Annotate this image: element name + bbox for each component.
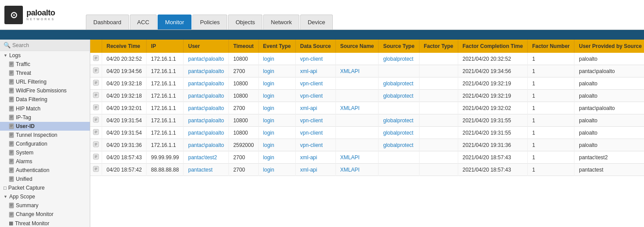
cell-source_name[interactable]: XMLAPI <box>335 65 379 77</box>
cell-source_type[interactable] <box>379 164 419 176</box>
cell-source_type[interactable]: globalprotect <box>379 127 419 139</box>
cell-user[interactable]: pantac\paloalto <box>184 102 228 114</box>
cell-source_type[interactable]: globalprotect <box>379 139 419 151</box>
row-detail-icon[interactable] <box>90 53 102 65</box>
sidebar-item-threat-monitor[interactable]: ▦Threat Monitor <box>0 219 90 227</box>
cell-source_type[interactable] <box>379 102 419 114</box>
row-detail-icon[interactable] <box>90 77 102 90</box>
cell-user[interactable]: pantac\paloalto <box>184 114 228 127</box>
cell-source_name[interactable] <box>335 139 379 151</box>
row-detail-icon[interactable] <box>90 65 102 77</box>
cell-source_name[interactable] <box>335 90 379 102</box>
cell-data_source[interactable]: vpn-client <box>295 90 335 102</box>
table-row: 04/20 20:32:52172.16.1.1pantac\paloalto1… <box>90 53 644 65</box>
cell-event_type[interactable]: login <box>258 65 295 77</box>
sidebar-item-change-monitor[interactable]: Change Monitor <box>0 210 90 219</box>
sidebar-item-label-traffic: Traffic <box>16 61 30 67</box>
cell-data_source[interactable]: vpn-client <box>295 53 335 65</box>
cell-event_type[interactable]: login <box>258 114 295 127</box>
cell-event_type[interactable]: login <box>258 164 295 176</box>
row-detail-icon[interactable] <box>90 127 102 139</box>
cell-source_name[interactable] <box>335 127 379 139</box>
cell-data_source[interactable]: xml-api <box>295 102 335 114</box>
sidebar-item-unified[interactable]: Unified <box>0 175 90 183</box>
row-detail-icon[interactable] <box>90 164 102 176</box>
cell-event_type[interactable]: login <box>258 151 295 164</box>
cell-data_source[interactable]: xml-api <box>295 151 335 164</box>
cell-event_type[interactable]: login <box>258 102 295 114</box>
cell-source_type[interactable]: globalprotect <box>379 90 419 102</box>
row-detail-icon[interactable] <box>90 139 102 151</box>
cell-source_type[interactable] <box>379 65 419 77</box>
sidebar-item-tunnel-inspection[interactable]: Tunnel Inspection <box>0 131 90 139</box>
sidebar-item-icon-app-scope: ▼ <box>4 194 7 199</box>
sidebar-item-hip-match[interactable]: HIP Match <box>0 104 90 113</box>
row-detail-icon[interactable] <box>90 90 102 102</box>
cell-source_type[interactable]: globalprotect <box>379 114 419 127</box>
cell-data_source[interactable]: vpn-client <box>295 77 335 90</box>
sidebar-item-label-threat: Threat <box>16 70 31 76</box>
sidebar-item-icon-threat-monitor: ▦ <box>9 220 13 226</box>
nav-tab-network[interactable]: Network <box>263 15 299 29</box>
cell-user[interactable]: pantac\paloalto <box>184 90 228 102</box>
sidebar-item-packet-capture[interactable]: □Packet Capture <box>0 183 90 192</box>
row-detail-icon[interactable] <box>90 151 102 164</box>
cell-data_source[interactable]: vpn-client <box>295 114 335 127</box>
sidebar-item-traffic[interactable]: Traffic <box>0 60 90 69</box>
cell-factor_type <box>419 53 458 65</box>
cell-user[interactable]: pantactest <box>184 164 228 176</box>
cell-timeout: 2700 <box>228 151 258 164</box>
sidebar-item-summary[interactable]: Summary <box>0 201 90 210</box>
sidebar-item-icon-threat <box>9 70 14 76</box>
cell-user[interactable]: pantac\paloalto <box>184 139 228 151</box>
sidebar-item-configuration[interactable]: Configuration <box>0 139 90 148</box>
sidebar-item-user-id[interactable]: User-ID <box>0 122 90 131</box>
cell-data_source[interactable]: vpn-client <box>295 127 335 139</box>
sidebar-item-system[interactable]: System <box>0 148 90 157</box>
cell-data_source[interactable]: xml-api <box>295 65 335 77</box>
row-detail-icon[interactable] <box>90 102 102 114</box>
cell-event_type[interactable]: login <box>258 127 295 139</box>
cell-source_type[interactable]: globalprotect <box>379 77 419 90</box>
nav-tab-objects[interactable]: Objects <box>228 15 262 29</box>
cell-event_type[interactable]: login <box>258 139 295 151</box>
cell-user[interactable]: pantac\paloalto <box>184 53 228 65</box>
nav-tab-monitor[interactable]: Monitor <box>158 15 191 29</box>
sidebar-item-url-filtering[interactable]: URL Filtering <box>0 77 90 86</box>
cell-source_name[interactable] <box>335 53 379 65</box>
cell-event_type[interactable]: login <box>258 53 295 65</box>
sidebar-item-ip-tag[interactable]: IP-Tag <box>0 113 90 122</box>
cell-event_type[interactable]: login <box>258 90 295 102</box>
sidebar-item-authentication[interactable]: Authentication <box>0 166 90 175</box>
cell-source_name[interactable]: XMLAPI <box>335 151 379 164</box>
cell-source_name[interactable] <box>335 77 379 90</box>
cell-user[interactable]: pantac\test2 <box>184 151 228 164</box>
cell-source_type[interactable]: globalprotect <box>379 53 419 65</box>
sidebar-item-wildfire[interactable]: WildFire Submissions <box>0 86 90 95</box>
nav-tab-device[interactable]: Device <box>300 15 333 29</box>
nav-tab-policies[interactable]: Policies <box>192 15 227 29</box>
sidebar-item-threat[interactable]: Threat <box>0 69 90 77</box>
sidebar-item-alarms[interactable]: Alarms <box>0 157 90 166</box>
sidebar-item-logs[interactable]: ▼Logs <box>0 51 90 60</box>
sidebar-item-icon-traffic <box>9 61 14 67</box>
cell-data_source[interactable]: vpn-client <box>295 139 335 151</box>
cell-data_source[interactable]: xml-api <box>295 164 335 176</box>
cell-source_name[interactable]: XMLAPI <box>335 164 379 176</box>
cell-user[interactable]: pantac\paloalto <box>184 77 228 90</box>
cell-source_name[interactable]: XMLAPI <box>335 102 379 114</box>
sidebar-item-data-filtering[interactable]: Data Filtering <box>0 95 90 104</box>
svg-rect-60 <box>9 212 14 217</box>
sidebar-item-app-scope[interactable]: ▼App Scope <box>0 192 90 201</box>
nav-tab-dashboard[interactable]: Dashboard <box>86 15 129 29</box>
cell-ip: 172.16.1.1 <box>147 127 184 139</box>
cell-user[interactable]: pantac\paloalto <box>184 127 228 139</box>
sidebar-search-input[interactable] <box>12 42 86 48</box>
cell-event_type[interactable]: login <box>258 77 295 90</box>
cell-source_name[interactable] <box>335 114 379 127</box>
sidebar-item-label-data-filtering: Data Filtering <box>16 96 47 103</box>
cell-user[interactable]: pantac\paloalto <box>184 65 228 77</box>
row-detail-icon[interactable] <box>90 114 102 127</box>
nav-tab-acc[interactable]: ACC <box>130 15 157 29</box>
cell-source_type[interactable] <box>379 151 419 164</box>
